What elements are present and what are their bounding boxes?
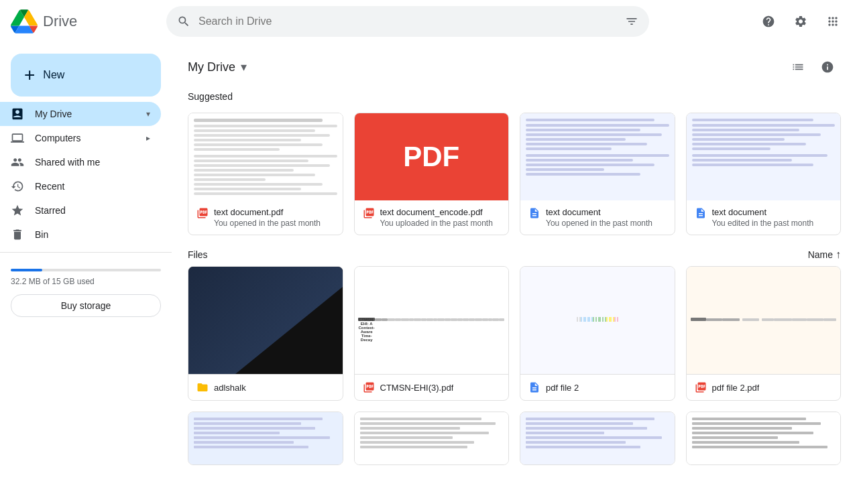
bin-icon — [11, 228, 24, 241]
new-button[interactable]: + New — [11, 54, 161, 97]
pdf2-name: pdf file 2 — [546, 383, 579, 393]
doc-icon-2 — [528, 207, 540, 219]
file-name-3: text document — [712, 207, 814, 217]
pdf-thumb-ctmsn: CTMSN-EHI: A Context-Aware Time-Decay — [355, 267, 509, 374]
settings-button[interactable] — [787, 8, 814, 35]
expand-icon: ▾ — [146, 109, 150, 119]
folder-icon — [196, 381, 209, 393]
sort-arrow-icon: ↑ — [836, 249, 841, 261]
computers-icon — [11, 131, 24, 145]
files-grid: adlshalk CTMSN-EHI: A Context-Aware Time… — [172, 266, 857, 412]
suggested-file-card-1[interactable]: PDF text document_encode.pdf You uploade… — [354, 113, 510, 235]
doc-icon-pdf2 — [528, 381, 540, 393]
sidebar-item-my-drive-label: My Drive — [35, 109, 72, 119]
folder-thumb — [188, 267, 343, 374]
sidebar-item-recent-label: Recent — [35, 181, 64, 192]
drive-title: My Drive — [188, 60, 235, 74]
file-thumb-info-folder: adlshalk — [188, 374, 343, 400]
drive-header: My Drive ▾ — [172, 43, 857, 86]
sidebar-item-starred[interactable]: Starred — [0, 198, 161, 223]
sidebar-item-my-drive[interactable]: My Drive ▾ — [0, 102, 161, 126]
search-icon — [177, 15, 190, 28]
my-drive-icon — [11, 107, 24, 121]
sidebar-item-bin-label: Bin — [35, 229, 48, 240]
file-name-1: text document_encode.pdf — [380, 207, 493, 217]
file-card-info-3: text document You edited in the past mon… — [687, 200, 841, 235]
drive-logo-icon — [11, 8, 38, 35]
search-bar[interactable] — [166, 6, 649, 37]
pdf-icon-ctmsn — [363, 381, 375, 393]
file-meta-2: You opened in the past month — [546, 218, 652, 228]
storage-section: 32.2 MB of 15 GB used Buy storage — [0, 258, 172, 328]
bottom-files-row — [172, 412, 857, 476]
file-info-text-2: text document You opened in the past mon… — [546, 207, 652, 228]
topbar: Drive — [0, 0, 857, 43]
file-item-ctmsn[interactable]: CTMSN-EHI: A Context-Aware Time-Decay — [354, 266, 510, 401]
file-meta-0: You opened in the past month — [214, 218, 321, 228]
file-info-text-3: text document You edited in the past mon… — [712, 207, 814, 228]
filter-icon[interactable] — [625, 15, 638, 28]
sort-button[interactable]: Name ↑ — [808, 249, 841, 261]
file-preview-3 — [687, 113, 841, 200]
file-meta-1: You uploaded in the past month — [380, 218, 493, 228]
file-preview-2 — [520, 113, 675, 200]
file-name-2: text document — [546, 207, 652, 217]
sidebar-divider — [0, 252, 172, 253]
file-item-pdf2-pdf[interactable]: pdf file 2.pdf — [686, 266, 842, 401]
topbar-right — [755, 8, 846, 35]
storage-text: 32.2 MB of 15 GB used — [11, 277, 161, 286]
recent-icon — [11, 180, 24, 193]
main-layout: + New My Drive ▾ Computers ▸ — [0, 43, 857, 504]
sidebar-item-computers[interactable]: Computers ▸ — [0, 126, 161, 150]
file-item-adlshalk[interactable]: adlshalk — [188, 266, 343, 401]
computers-expand-icon: ▸ — [146, 133, 150, 143]
suggested-file-card-0[interactable]: text document.pdf You opened in the past… — [188, 113, 343, 235]
new-plus-icon: + — [24, 64, 35, 86]
buy-storage-button[interactable]: Buy storage — [11, 294, 161, 317]
file-preview-0 — [188, 113, 343, 200]
info-button[interactable] — [814, 54, 841, 80]
sort-label: Name — [808, 249, 833, 260]
suggested-file-card-2[interactable]: text document You opened in the past mon… — [520, 113, 675, 235]
file-card-info-1: text document_encode.pdf You uploaded in… — [355, 200, 509, 235]
file-info-text-1: text document_encode.pdf You uploaded in… — [380, 207, 493, 228]
file-card-info-0: text document.pdf You opened in the past… — [188, 200, 343, 235]
logo-area: Drive — [11, 8, 158, 35]
pdf2pdf-name: pdf file 2.pdf — [712, 383, 760, 393]
app-title: Drive — [43, 13, 77, 30]
file-item-bottom-0[interactable] — [188, 412, 343, 465]
list-view-button[interactable] — [785, 54, 811, 80]
file-meta-3: You edited in the past month — [712, 218, 814, 228]
files-section-header: Files Name ↑ — [172, 246, 857, 266]
sidebar-item-recent[interactable]: Recent — [0, 174, 161, 198]
suggested-section-title: Suggested — [172, 86, 857, 107]
header-actions — [785, 54, 841, 80]
file-preview-1: PDF — [355, 113, 509, 200]
file-item-bottom-1[interactable] — [354, 412, 510, 465]
drive-chevron-icon[interactable]: ▾ — [241, 60, 247, 74]
file-item-bottom-2[interactable] — [520, 412, 675, 465]
doc-icon-3 — [695, 207, 707, 219]
sidebar-item-shared-with-me[interactable]: Shared with me — [0, 150, 161, 174]
sidebar-item-shared-label: Shared with me — [35, 157, 100, 168]
pdf-icon-pdf2pdf — [695, 381, 707, 393]
apps-button[interactable] — [819, 8, 846, 35]
help-button[interactable] — [755, 8, 782, 35]
new-label: New — [43, 69, 64, 81]
sidebar: + New My Drive ▾ Computers ▸ — [0, 43, 172, 504]
ctmsn-name: CTMSN-EHI(3).pdf — [380, 383, 454, 393]
file-item-pdf2[interactable]: pdf file 2 — [520, 266, 675, 401]
file-thumb-info-ctmsn: CTMSN-EHI(3).pdf — [355, 374, 509, 400]
file-thumb-info-pdf2pdf: pdf file 2.pdf — [687, 374, 841, 400]
content-area: My Drive ▾ Suggested — [172, 43, 857, 504]
suggested-file-card-3[interactable]: text document You edited in the past mon… — [686, 113, 842, 235]
search-input[interactable] — [198, 15, 617, 27]
suggested-grid: text document.pdf You opened in the past… — [172, 107, 857, 246]
sidebar-item-bin[interactable]: Bin — [0, 223, 161, 247]
pdf-icon-1 — [363, 207, 375, 219]
sidebar-item-computers-label: Computers — [35, 133, 80, 143]
file-item-bottom-3[interactable] — [686, 412, 842, 465]
shared-icon — [11, 155, 24, 169]
file-thumb-info-pdf2: pdf file 2 — [520, 374, 675, 400]
pdf-thumb-pdf2 — [687, 267, 841, 374]
